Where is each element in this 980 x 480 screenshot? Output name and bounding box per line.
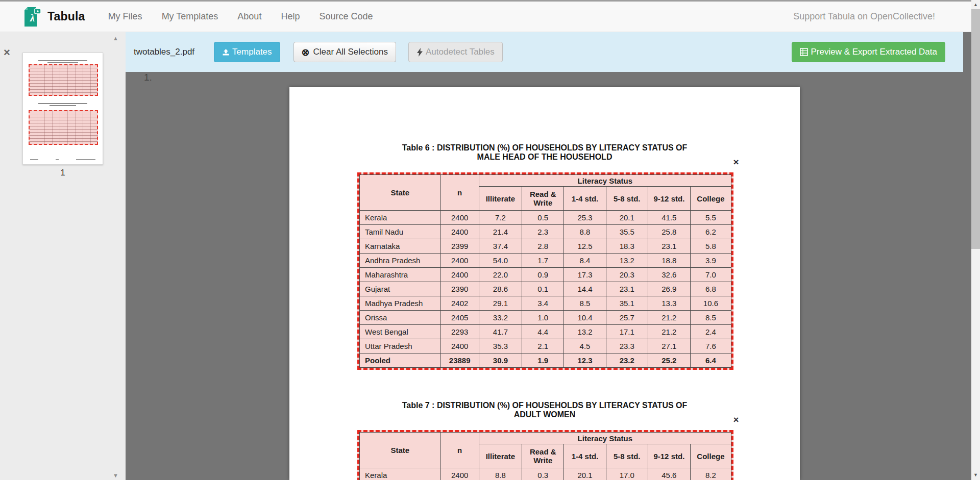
sidebar-scroll-up-icon[interactable]: ▲ (113, 35, 118, 41)
table-cell: 4.5 (564, 339, 606, 353)
table-cell: 37.4 (479, 239, 522, 254)
clear-circle-x-icon: ⊗ (302, 46, 310, 58)
table-cell: 5.8 (690, 239, 731, 254)
table-cell: Kerala (360, 468, 441, 480)
nav-my-files[interactable]: My Files (99, 6, 152, 27)
page-thumbnail[interactable] (22, 53, 103, 165)
nav-help[interactable]: Help (271, 6, 309, 27)
tabula-app: λ Tabula My Files My Templates About Hel… (0, 0, 980, 480)
table-cell: Kerala (360, 211, 441, 225)
table-cell: 23.2 (606, 353, 648, 368)
table-row: Orissa240533.21.010.425.721.28.5 (360, 311, 731, 325)
window-scrollbar: ▲ ▼ (971, 0, 980, 480)
table-header-cell: 5-8 std. (606, 187, 648, 211)
thumbnail-selection-1 (29, 64, 98, 96)
table-cell: 21.2 (648, 311, 690, 325)
table-cell: Pooled (360, 353, 441, 368)
clear-all-selections-button[interactable]: ⊗ Clear All Selections (293, 42, 396, 62)
table-cell: 8.5 (564, 296, 606, 311)
table-header-cell: Literacy Status (479, 175, 731, 187)
selection2-close-icon[interactable]: × (731, 416, 741, 425)
pdf-filename: twotables_2.pdf (134, 47, 194, 57)
autodetect-tables-button[interactable]: Autodetect Tables (408, 42, 503, 62)
table-cell: West Bengal (360, 325, 441, 339)
table-cell: Gujarat (360, 282, 441, 296)
table-header-cell: 9-12 std. (648, 187, 690, 211)
table-cell: 12.3 (564, 353, 606, 368)
thumbnail-title-lines (23, 53, 103, 63)
table-cell: 8.2 (690, 468, 731, 480)
table-row: Madhya Pradesh240229.13.48.535.113.310.6 (360, 296, 731, 311)
table-selection-box-2[interactable]: StatenLiteracy StatusIlliterateRead & Wr… (357, 430, 733, 480)
table-cell: 33.2 (479, 311, 522, 325)
navbar: λ Tabula My Files My Templates About Hel… (0, 2, 980, 32)
support-link[interactable]: Support Tabula on OpenCollective! (793, 11, 935, 22)
table-selection-box-1[interactable]: StatenLiteracy StatusIlliterateRead & Wr… (357, 172, 733, 370)
nav-about[interactable]: About (228, 6, 271, 27)
table-cell: 41.7 (479, 325, 522, 339)
table-cell: 28.6 (479, 282, 522, 296)
table-cell: 0.3 (522, 468, 564, 480)
table-cell: 18.3 (606, 239, 648, 254)
table-row: Pooled2388930.91.912.323.225.26.4 (360, 353, 731, 368)
table-header-cell: Illiterate (479, 444, 522, 468)
nav-source-code[interactable]: Source Code (309, 6, 382, 27)
export-button-label: Preview & Export Extracted Data (811, 47, 937, 57)
thumbnail-selection-2 (29, 110, 98, 145)
selection1-close-icon[interactable]: × (731, 158, 741, 167)
table-cell: 2.8 (522, 239, 564, 254)
thumbnail-footer-lines (23, 159, 103, 160)
table-header-cell: 1-4 std. (564, 444, 606, 468)
table7-title: Table 7 : DISTRIBUTION (%) OF HOUSEHOLDS… (289, 401, 800, 419)
table-cell: 17.0 (606, 468, 648, 480)
table-cell: 18.8 (648, 254, 690, 268)
table-cell: 13.2 (606, 254, 648, 268)
table-cell: 10.4 (564, 311, 606, 325)
table-row: Uttar Pradesh240035.32.14.523.327.17.6 (360, 339, 731, 353)
nav-my-templates[interactable]: My Templates (152, 6, 228, 27)
table-header-cell: Literacy Status (479, 433, 731, 444)
tabula-pdf-logo-icon: λ (23, 6, 42, 28)
table-header-cell: 5-8 std. (606, 444, 648, 468)
table-row: West Bengal229341.74.413.217.121.22.4 (360, 325, 731, 339)
table-cell: 6.8 (690, 282, 731, 296)
table-row: Tamil Nadu240021.42.38.835.525.86.2 (360, 225, 731, 239)
table-row: Kerala24008.80.320.117.045.68.2 (360, 468, 731, 480)
table-cell: 26.9 (648, 282, 690, 296)
pdf-viewer-area: twotables_2.pdf Templates ⊗ Clear All Se… (126, 32, 971, 480)
thumbnail-page-number: 1 (22, 168, 103, 178)
table-header-cell: State (360, 433, 441, 468)
sidebar-thumbnails: × ▲ 1 ▼ (0, 32, 126, 480)
table-header-cell: State (360, 175, 441, 211)
table-cell: 2400 (440, 268, 479, 282)
table-cell: 22.0 (479, 268, 522, 282)
table-cell: Orissa (360, 311, 441, 325)
preview-export-button[interactable]: Preview & Export Extracted Data (792, 42, 945, 62)
table-cell: 23889 (440, 353, 479, 368)
scrollbar-thumb[interactable] (971, 9, 980, 249)
table-cell: Madhya Pradesh (360, 296, 441, 311)
table-cell: 6.2 (690, 225, 731, 239)
brand-link[interactable]: λ Tabula (23, 6, 85, 28)
table-cell: 2.4 (690, 325, 731, 339)
templates-button[interactable]: Templates (214, 42, 280, 62)
remove-page-icon[interactable]: × (4, 48, 10, 57)
table-cell: 25.3 (564, 211, 606, 225)
table-cell: 2400 (440, 211, 479, 225)
extracted-table: StatenLiteracy StatusIlliterateRead & Wr… (359, 432, 731, 480)
sidebar-scroll-down-icon[interactable]: ▼ (113, 472, 118, 478)
table-cell: 25.7 (606, 311, 648, 325)
table-grid-icon (800, 48, 808, 56)
table-cell: 13.3 (648, 296, 690, 311)
table6-title: Table 6 : DISTRIBUTION (%) OF HOUSEHOLDS… (289, 143, 800, 161)
table-cell: 7.6 (690, 339, 731, 353)
svg-text:λ: λ (30, 12, 35, 23)
table-cell: 2390 (440, 282, 479, 296)
table-cell: 21.4 (479, 225, 522, 239)
table-cell: 14.4 (564, 282, 606, 296)
table-cell: 27.1 (648, 339, 690, 353)
scrollbar-down-icon[interactable]: ▼ (971, 472, 980, 477)
table-cell: 8.8 (564, 225, 606, 239)
table-cell: 2400 (440, 254, 479, 268)
scrollbar-up-icon[interactable]: ▲ (971, 2, 980, 7)
